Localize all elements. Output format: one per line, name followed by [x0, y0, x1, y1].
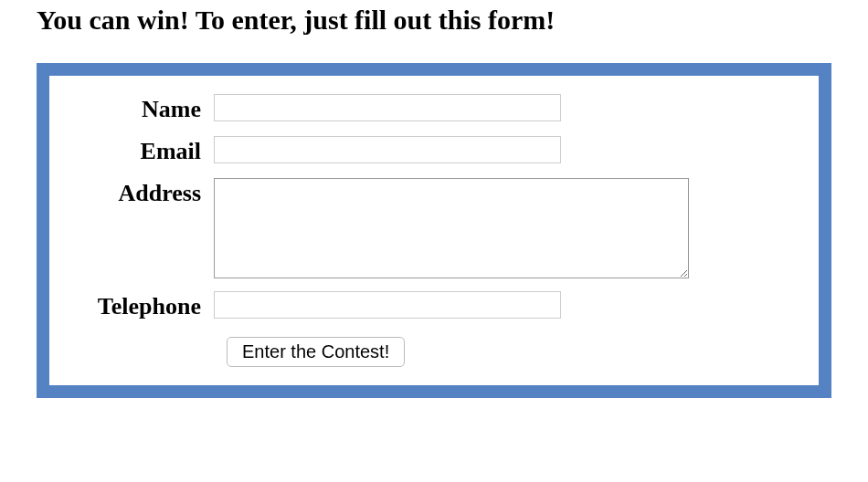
telephone-label: Telephone [77, 291, 214, 320]
name-label: Name [77, 94, 214, 123]
contest-form: Name Email Address Telephone Enter the C… [37, 63, 831, 398]
telephone-input[interactable] [214, 291, 561, 319]
address-row: Address [77, 178, 791, 278]
submit-button[interactable]: Enter the Contest! [227, 337, 405, 367]
address-input[interactable] [214, 178, 689, 278]
email-row: Email [77, 136, 791, 165]
address-label: Address [77, 178, 214, 207]
name-row: Name [77, 94, 791, 123]
email-input[interactable] [214, 136, 561, 163]
page-title: You can win! To enter, just fill out thi… [37, 5, 831, 36]
email-label: Email [77, 136, 214, 165]
telephone-row: Telephone [77, 291, 791, 320]
submit-row: Enter the Contest! [77, 337, 791, 367]
name-input[interactable] [214, 94, 561, 121]
